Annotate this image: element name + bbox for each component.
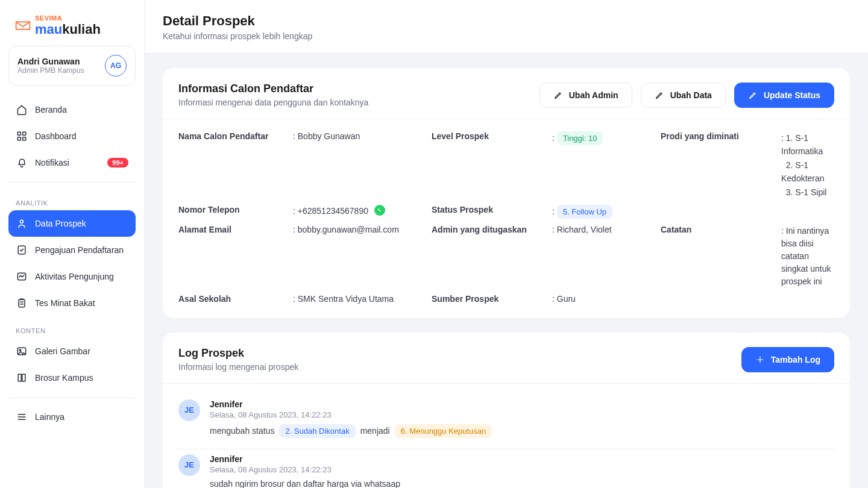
value-sekolah: : SMK Sentra Vidya Utama [293,294,432,304]
main-content: Detail Prospek Ketahui informasi prospek… [145,0,868,488]
sidebar-item-label: Aktivitas Pengunjung [35,272,114,281]
log-message: mengubah status 2. Sudah Dikontak menjad… [210,424,492,438]
sidebar: SEVIMA maukuliah Andri Gunawan Admin PMB… [0,0,145,488]
user-avatar: AG [105,55,127,77]
value-sumber: : Guru [552,294,661,304]
label-sumber: Sumber Prospek [432,294,552,304]
pencil-icon [655,90,664,100]
sidebar-item-galeri[interactable]: Galeri Gambar [8,338,136,364]
envelope-icon [14,19,31,33]
document-check-icon [16,244,28,256]
page-subtitle: Ketahui informasi prospek lebih lengkap [163,31,850,41]
button-label: Ubah Data [670,90,712,100]
clipboard-icon [16,297,28,309]
sidebar-item-label: Data Prospek [35,219,86,228]
add-log-button[interactable]: Tambah Log [741,347,834,372]
log-author: Jennifer [210,399,492,409]
sidebar-item-label: Galeri Gambar [35,346,90,356]
svg-rect-7 [19,299,25,307]
status-pill-from: 2. Sudah Dikontak [279,424,355,438]
svg-rect-1 [23,132,26,135]
svg-point-4 [20,220,24,223]
whatsapp-icon[interactable] [374,205,385,216]
ubah-admin-button[interactable]: Ubah Admin [539,83,632,108]
brand-logo[interactable]: SEVIMA maukuliah [8,11,136,46]
log-time: Selasa, 08 Agustus 2023, 14:22:23 [210,410,492,419]
image-icon [16,345,28,357]
value-status: : 5. Follow Up [552,205,661,219]
page-title: Detail Prospek [163,13,850,29]
svg-rect-0 [17,132,20,135]
label-telp: Nomor Telepon [178,205,293,214]
status-pill: 5. Follow Up [557,205,612,219]
section-analitik: ANALITIK [8,189,136,210]
ubah-data-button[interactable]: Ubah Data [641,83,726,108]
log-message: sudah ngirim brosur dan daftar harga via… [210,479,400,488]
label-prodi: Prodi yang diminati [661,131,781,141]
activity-icon [16,271,28,283]
grid-icon [16,130,28,142]
value-admin: : Richard, Violet [552,225,661,234]
value-email: : bobby.gunawan@mail.com [293,225,432,234]
user-name: Andri Gunawan [17,57,84,66]
value-prodi: : 1. S-1 Informatika 2. S-1 Kedokteran 3… [781,131,834,199]
level-pill: Tinggi: 10 [557,131,603,145]
sidebar-item-label: Pengajuan Pendaftaran [35,245,124,255]
update-status-button[interactable]: Update Status [734,83,834,108]
sidebar-item-more[interactable]: Lainnya [8,404,136,430]
label-level: Level Prospek [432,131,552,141]
log-card: Log Prospek Informasi log mengenai prosp… [163,333,850,488]
info-card: Informasi Calon Pendaftar Informasi meng… [163,68,850,318]
log-avatar: JE [178,399,200,421]
button-label: Update Status [764,90,820,100]
button-label: Ubah Admin [569,90,618,100]
person-icon [16,217,28,230]
label-sekolah: Asal Sekolah [178,294,293,304]
info-grid: Nama Calon Pendaftar : Bobby Gunawan Lev… [163,119,850,318]
log-card-sub: Informasi log mengenai prospek [178,362,298,372]
notif-badge: 99+ [107,158,128,167]
svg-point-9 [19,349,21,351]
sidebar-item-pengajuan[interactable]: Pengajuan Pendaftaran [8,237,136,263]
button-label: Tambah Log [771,355,820,364]
log-time: Selasa, 08 Agustus 2023, 14:22:23 [210,465,400,474]
sidebar-item-label: Brosur Kampus [35,373,93,383]
log-item: JE Jennifer Selasa, 08 Agustus 2023, 14:… [178,449,834,488]
brand-name: maukuliah [35,22,101,37]
sidebar-item-dashboard[interactable]: Dashboard [8,123,136,149]
menu-icon [16,411,28,423]
sidebar-item-label: Notifikasi [35,158,69,167]
label-email: Alamat Email [178,225,293,234]
log-author: Jennifer [210,454,400,464]
sidebar-item-tes[interactable]: Tes Minat Bakat [8,290,136,316]
label-catatan: Catatan [661,225,781,234]
svg-rect-3 [23,137,26,140]
sidebar-item-brosur[interactable]: Brosur Kampus [8,364,136,391]
sidebar-item-aktivitas[interactable]: Aktivitas Pengunjung [8,263,136,290]
pencil-icon [748,90,758,100]
pencil-icon [553,90,563,100]
sidebar-item-notifikasi[interactable]: Notifikasi 99+ [8,149,136,176]
value-catatan: : Ini nantinya bisa diisi catatan singka… [781,225,834,288]
home-icon [16,104,28,116]
log-item: JE Jennifer Selasa, 08 Agustus 2023, 14:… [178,395,834,449]
sidebar-item-label: Dashboard [35,131,77,141]
user-card[interactable]: Andri Gunawan Admin PMB Kampus AG [8,46,136,86]
label-status: Status Prospek [432,205,552,214]
status-pill-to: 6. Menunggu Keputusan [395,424,492,438]
sidebar-item-beranda[interactable]: Beranda [8,96,136,123]
label-admin: Admin yang ditugaskan [432,225,552,234]
log-card-title: Log Prospek [178,347,298,360]
bell-icon [16,157,28,169]
sidebar-item-label: Lainnya [35,412,64,422]
sidebar-item-data-prospek[interactable]: Data Prospek [8,210,136,237]
user-role: Admin PMB Kampus [17,66,84,75]
section-konten: KONTEN [8,316,136,338]
sidebar-item-label: Beranda [35,105,67,114]
book-icon [16,372,28,384]
svg-rect-2 [17,137,20,140]
label-nama: Nama Calon Pendaftar [178,131,293,141]
value-nama: : Bobby Gunawan [293,131,432,141]
brand-tag: SEVIMA [35,14,101,22]
info-card-sub: Informasi mengenai data pengguna dan kon… [178,98,368,107]
